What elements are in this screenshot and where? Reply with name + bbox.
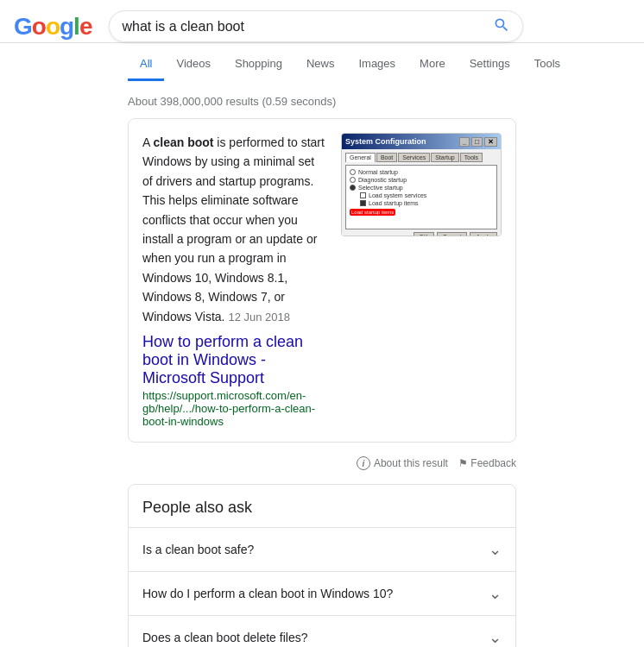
- tab-news[interactable]: News: [294, 47, 347, 81]
- paa-item-2[interactable]: How do I perform a clean boot in Windows…: [129, 571, 515, 615]
- featured-snippet: A clean boot is performed to start Windo…: [128, 118, 516, 443]
- dialog-titlebar: System Configuration _ □ ✕: [342, 134, 501, 149]
- tab-all[interactable]: All: [128, 47, 164, 81]
- snippet-body: is performed to start Windows by using a…: [142, 135, 325, 324]
- search-icon: [493, 16, 510, 34]
- paa-item-1[interactable]: Is a clean boot safe? ⌄: [129, 527, 515, 571]
- search-input[interactable]: what is a clean boot: [122, 19, 486, 35]
- search-button[interactable]: [493, 16, 510, 36]
- snippet-image: System Configuration _ □ ✕ General Boot …: [341, 133, 502, 236]
- results-stats: About 398,000,000 results (0.59 seconds): [128, 88, 516, 118]
- snippet-footer: i About this result ⚑ Feedback: [128, 456, 516, 470]
- google-logo[interactable]: Google: [14, 13, 92, 41]
- nav-tabs: All Videos Shopping News Images More Set…: [0, 47, 644, 81]
- header: Google what is a clean boot: [0, 0, 644, 43]
- chevron-down-icon-3: ⌄: [489, 628, 502, 647]
- tab-settings[interactable]: Settings: [458, 47, 522, 81]
- fake-dialog: System Configuration _ □ ✕ General Boot …: [342, 134, 501, 236]
- paa-question-2: How do I perform a clean boot in Windows…: [142, 587, 393, 600]
- paa-item-3[interactable]: Does a clean boot delete files? ⌄: [129, 615, 515, 647]
- chevron-down-icon-2: ⌄: [489, 584, 502, 603]
- snippet-intro: A: [142, 135, 153, 149]
- snippet-feedback[interactable]: ⚑ Feedback: [458, 457, 516, 469]
- nav-right: Settings Tools: [458, 47, 572, 81]
- logo-area: Google: [14, 13, 92, 41]
- tab-videos[interactable]: Videos: [164, 47, 223, 81]
- info-icon: i: [357, 456, 370, 470]
- paa-box: People also ask Is a clean boot safe? ⌄ …: [128, 484, 516, 647]
- about-this-result[interactable]: i About this result: [357, 456, 448, 470]
- feedback-label: Feedback: [470, 457, 516, 469]
- snippet-title-link[interactable]: How to perform a clean boot in Windows -…: [142, 333, 327, 387]
- results-area: About 398,000,000 results (0.59 seconds)…: [0, 81, 644, 647]
- about-label: About this result: [374, 457, 448, 469]
- search-box: what is a clean boot: [109, 10, 523, 42]
- paa-question-3: Does a clean boot delete files?: [142, 631, 307, 644]
- snippet-text: A clean boot is performed to start Windo…: [142, 133, 327, 326]
- feedback-icon: ⚑: [458, 457, 468, 469]
- snippet-content: A clean boot is performed to start Windo…: [142, 133, 327, 428]
- dialog-body: General Boot Services Startup Tools Norm…: [342, 149, 501, 236]
- tab-images[interactable]: Images: [346, 47, 407, 81]
- snippet-bold: clean boot: [153, 135, 213, 149]
- tab-tools[interactable]: Tools: [522, 47, 572, 81]
- snippet-url: https://support.microsoft.com/en-gb/help…: [142, 389, 327, 428]
- paa-question-1: Is a clean boot safe?: [142, 543, 254, 556]
- paa-title: People also ask: [129, 485, 515, 527]
- snippet-date: 12 Jun 2018: [228, 311, 290, 324]
- tab-more[interactable]: More: [407, 47, 458, 81]
- chevron-down-icon-1: ⌄: [489, 540, 502, 559]
- tab-shopping[interactable]: Shopping: [223, 47, 294, 81]
